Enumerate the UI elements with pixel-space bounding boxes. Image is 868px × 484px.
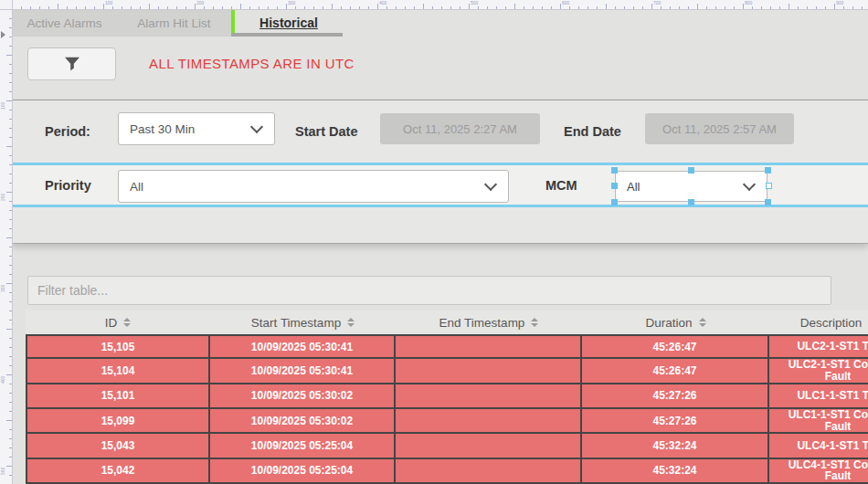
mcm-select[interactable]: All	[615, 171, 767, 202]
cell-description: ULC2-1-ST1 Comm Fault	[769, 359, 868, 382]
start-date-label: Start Date	[295, 124, 358, 139]
priority-select[interactable]: All	[118, 170, 509, 203]
cell-description: ULC1-1-ST1 Comm Fault	[769, 409, 868, 432]
cell-start: 10/09/2025 05:30:02	[210, 409, 396, 432]
column-header-duration[interactable]: Duration	[582, 310, 769, 334]
priority-label: Priority	[45, 178, 91, 193]
cell-duration: 45:27:26	[582, 409, 769, 432]
priority-row: Priority All MCM All	[13, 165, 868, 207]
column-header-id[interactable]: ID	[26, 310, 210, 334]
ruler-position-marker	[1, 31, 5, 38]
cell-start: 10/09/2025 05:30:02	[210, 384, 396, 407]
cell-start: 10/09/2025 05:30:41	[210, 336, 396, 357]
table-filter-input[interactable]	[27, 276, 831, 305]
active-tab-underline	[231, 33, 343, 37]
chevron-down-icon	[484, 178, 497, 191]
cell-id: 15,043	[26, 434, 210, 457]
tab-bar: Active Alarms Alarm Hit List Historical	[12, 9, 868, 37]
cell-id: 15,101	[26, 384, 210, 407]
table-row[interactable]: 15,04210/09/2025 05:25:0445:32:24ULC4-1-…	[26, 459, 868, 484]
cell-description: ULC2-1-ST1 Tip	[769, 336, 868, 357]
ruler-corner	[0, 0, 13, 10]
cell-duration: 45:26:47	[582, 336, 769, 357]
column-header-end-timestamp[interactable]: End Timestamp	[396, 310, 582, 334]
utc-notice: ALL TIMESTAMPS ARE IN UTC	[149, 56, 355, 71]
cell-duration: 45:32:24	[582, 434, 769, 457]
period-select[interactable]: Past 30 Min	[118, 112, 275, 145]
sort-icon	[699, 318, 706, 327]
tab-alarm-hit-list[interactable]: Alarm Hit List	[117, 9, 231, 37]
cell-start: 10/09/2025 05:25:04	[210, 434, 396, 457]
column-header-description[interactable]: Description	[769, 310, 868, 334]
period-label: Period:	[45, 124, 90, 139]
table-row[interactable]: 15,04310/09/2025 05:25:0445:32:24ULC4-1-…	[26, 434, 868, 458]
cell-duration: 45:26:47	[582, 359, 769, 382]
mcm-value: All	[627, 180, 640, 194]
table-row[interactable]: 15,09910/09/2025 05:30:0245:27:26ULC1-1-…	[26, 409, 868, 434]
cell-end	[396, 409, 582, 432]
sort-icon	[123, 318, 131, 327]
table-header: ID Start Timestamp End Timestamp Duratio…	[26, 310, 868, 334]
period-row: Period: Past 30 Min Start Date Oct 11, 2…	[13, 100, 868, 165]
mcm-select-selection: All	[615, 171, 767, 202]
cell-start: 10/09/2025 05:30:41	[210, 359, 396, 382]
cell-id: 15,099	[26, 409, 210, 432]
designer-canvas: Active Alarms Alarm Hit List Historical …	[12, 9, 868, 484]
cell-end	[396, 384, 582, 407]
period-value: Past 30 Min	[130, 122, 195, 136]
cell-duration: 45:27:26	[582, 384, 769, 407]
funnel-icon	[64, 57, 80, 71]
cell-start: 10/09/2025 05:25:04	[210, 459, 396, 482]
ruler-vertical: 100200300400500	[0, 9, 13, 484]
selection-handle[interactable]	[765, 167, 771, 174]
chevron-down-icon	[250, 121, 263, 133]
cell-id: 15,104	[26, 359, 210, 382]
alarm-table-body: 15,10510/09/2025 05:30:4145:26:47ULC2-1-…	[26, 334, 868, 484]
selection-handle[interactable]	[766, 183, 772, 189]
selection-handle[interactable]	[688, 167, 694, 174]
ruler-horizontal: 100200300400500600700800900	[12, 0, 868, 10]
cell-description: ULC1-1-ST1 Tip	[769, 384, 868, 407]
selection-handle[interactable]	[611, 167, 618, 174]
cell-end	[396, 336, 582, 357]
table-row[interactable]: 15,10410/09/2025 05:30:4145:26:47ULC2-1-…	[26, 359, 868, 384]
cell-id: 15,042	[26, 459, 210, 482]
cell-end	[396, 459, 582, 482]
cell-description: ULC4-1-ST1 Comm Fault	[769, 459, 868, 482]
priority-value: All	[130, 180, 143, 194]
start-date-field[interactable]: Oct 11, 2025 2:27 AM	[380, 113, 540, 144]
cell-description: ULC4-1-ST1 Tip	[769, 434, 868, 457]
tab-active-alarms[interactable]: Active Alarms	[12, 9, 117, 37]
cell-end	[396, 359, 582, 382]
sort-icon	[347, 318, 355, 327]
selection-handle[interactable]	[611, 183, 618, 189]
end-date-label: End Date	[564, 124, 621, 139]
filter-panel: Period: Past 30 Min Start Date Oct 11, 2…	[12, 100, 868, 244]
selection-handle[interactable]	[688, 199, 694, 205]
sort-icon	[531, 318, 538, 327]
selection-handle[interactable]	[611, 199, 618, 205]
table-row[interactable]: 15,10510/09/2025 05:30:4145:26:47ULC2-1-…	[26, 334, 868, 359]
chevron-down-icon	[743, 178, 756, 191]
mcm-label: MCM	[545, 178, 577, 193]
table-row[interactable]: 15,10110/09/2025 05:30:0245:27:26ULC1-1-…	[26, 384, 868, 409]
filter-button[interactable]	[27, 47, 116, 80]
end-date-field[interactable]: Oct 11, 2025 2:57 AM	[645, 113, 794, 144]
column-header-start-timestamp[interactable]: Start Timestamp	[210, 310, 396, 334]
selection-handle[interactable]	[765, 199, 771, 205]
cell-end	[396, 434, 582, 457]
cell-duration: 45:32:24	[582, 459, 769, 482]
cell-id: 15,105	[26, 336, 210, 357]
